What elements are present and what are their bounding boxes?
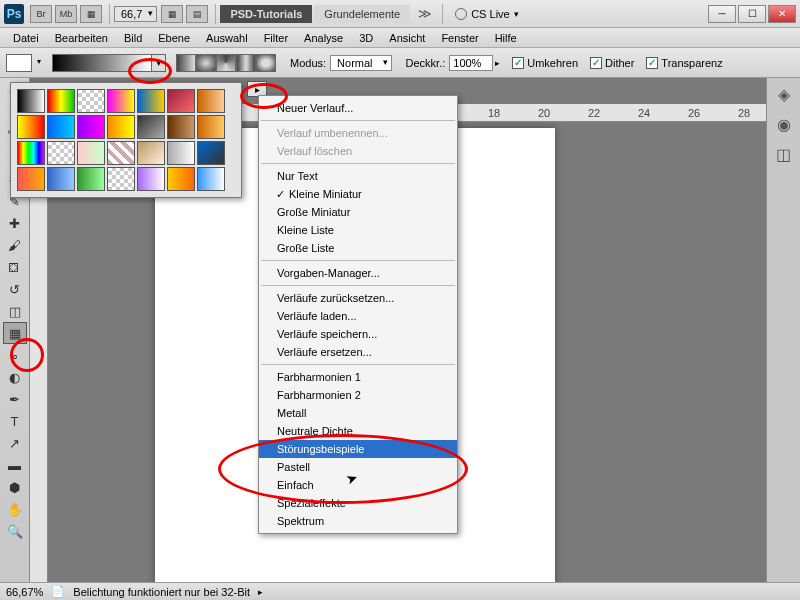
gradient-swatch[interactable] — [197, 167, 225, 191]
extras-button[interactable]: ▤ — [186, 5, 208, 23]
menu-item[interactable]: Nur Text — [259, 167, 457, 185]
blur-tool-icon[interactable]: ∘ — [3, 344, 27, 366]
menu-3d[interactable]: 3D — [352, 30, 380, 46]
gradient-swatch[interactable] — [167, 141, 195, 165]
bridge-button[interactable]: Br — [30, 5, 52, 23]
menu-item[interactable]: Spektrum — [259, 512, 457, 530]
gradient-swatch[interactable] — [77, 89, 105, 113]
heal-tool-icon[interactable]: ✚ — [3, 212, 27, 234]
menu-item[interactable]: Große Miniatur — [259, 203, 457, 221]
gradient-swatch[interactable] — [47, 89, 75, 113]
gradient-swatch[interactable] — [137, 167, 165, 191]
menu-ansicht[interactable]: Ansicht — [382, 30, 432, 46]
zoom-dropdown[interactable]: 66,7 — [114, 6, 157, 22]
gradient-swatch[interactable] — [47, 167, 75, 191]
transparenz-checkbox[interactable]: ✓Transparenz — [646, 57, 722, 69]
gradient-swatch[interactable] — [137, 115, 165, 139]
gradient-swatch[interactable] — [137, 141, 165, 165]
workspace-tab-grundelemente[interactable]: Grundelemente — [314, 5, 410, 23]
menu-item[interactable]: Verläufe laden... — [259, 307, 457, 325]
gradient-swatch[interactable] — [77, 141, 105, 165]
gradient-swatch[interactable] — [17, 167, 45, 191]
menu-item[interactable]: Farbharmonien 1 — [259, 368, 457, 386]
styles-panel-icon[interactable]: ◉ — [774, 114, 794, 134]
menu-item[interactable]: Vorgaben-Manager... — [259, 264, 457, 282]
menu-filter[interactable]: Filter — [257, 30, 295, 46]
workspace-tab-psdtutorials[interactable]: PSD-Tutorials — [220, 5, 312, 23]
brush-tool-icon[interactable]: 🖌 — [3, 234, 27, 256]
minimize-button[interactable]: ─ — [708, 5, 736, 23]
menu-item[interactable]: Verläufe zurücksetzen... — [259, 289, 457, 307]
cslive-button[interactable]: CS Live ▾ — [455, 8, 519, 20]
dodge-tool-icon[interactable]: ◐ — [3, 366, 27, 388]
menu-bearbeiten[interactable]: Bearbeiten — [48, 30, 115, 46]
gradient-swatch[interactable] — [107, 141, 135, 165]
gradient-swatch[interactable] — [17, 141, 45, 165]
umkehren-checkbox[interactable]: ✓Umkehren — [512, 57, 578, 69]
3d-tool-icon[interactable]: ⬢ — [3, 476, 27, 498]
close-button[interactable]: ✕ — [768, 5, 796, 23]
menu-item[interactable]: Pastell — [259, 458, 457, 476]
swatches-panel-icon[interactable]: ◈ — [774, 84, 794, 104]
arrange-button[interactable]: ▦ — [161, 5, 183, 23]
gradient-swatch[interactable] — [167, 115, 195, 139]
menu-item[interactable]: Neuer Verlauf... — [259, 99, 457, 117]
gradient-swatch[interactable] — [17, 89, 45, 113]
gradient-diamond-icon[interactable] — [256, 54, 276, 72]
gradient-swatch[interactable] — [197, 141, 225, 165]
stamp-tool-icon[interactable]: ⛋ — [3, 256, 27, 278]
gradient-angle-icon[interactable] — [216, 54, 236, 72]
pen-tool-icon[interactable]: ✒ — [3, 388, 27, 410]
status-zoom[interactable]: 66,67% — [6, 586, 43, 598]
menu-auswahl[interactable]: Auswahl — [199, 30, 255, 46]
menu-fenster[interactable]: Fenster — [434, 30, 485, 46]
gradient-linear-icon[interactable] — [176, 54, 196, 72]
gradient-swatch[interactable] — [137, 89, 165, 113]
eraser-tool-icon[interactable]: ◫ — [3, 300, 27, 322]
menu-item[interactable]: Metall — [259, 404, 457, 422]
gradient-swatch[interactable] — [197, 89, 225, 113]
gradient-swatch[interactable] — [107, 89, 135, 113]
gradient-swatch[interactable] — [107, 167, 135, 191]
menu-item[interactable]: Große Liste — [259, 239, 457, 257]
history-tool-icon[interactable]: ↺ — [3, 278, 27, 300]
gradient-reflected-icon[interactable] — [236, 54, 256, 72]
modus-dropdown[interactable]: Normal — [330, 55, 391, 71]
menu-item[interactable]: Störungsbeispiele — [259, 440, 457, 458]
adjust-panel-icon[interactable]: ◫ — [774, 144, 794, 164]
gradient-swatch[interactable] — [197, 115, 225, 139]
menu-hilfe[interactable]: Hilfe — [488, 30, 524, 46]
hand-tool-icon[interactable]: ✋ — [3, 498, 27, 520]
menu-ebene[interactable]: Ebene — [151, 30, 197, 46]
menu-item[interactable]: Verläufe speichern... — [259, 325, 457, 343]
path-tool-icon[interactable]: ↗ — [3, 432, 27, 454]
shape-tool-icon[interactable]: ▬ — [3, 454, 27, 476]
menu-item[interactable]: Verläufe ersetzen... — [259, 343, 457, 361]
menu-datei[interactable]: Datei — [6, 30, 46, 46]
tool-preset-dropdown[interactable] — [6, 54, 32, 72]
menu-item[interactable]: Kleine Liste — [259, 221, 457, 239]
workspace-more-icon[interactable]: ≫ — [418, 6, 432, 21]
minibridge-button[interactable]: Mb — [55, 5, 77, 23]
gradient-radial-icon[interactable] — [196, 54, 216, 72]
menu-analyse[interactable]: Analyse — [297, 30, 350, 46]
menu-item[interactable]: Farbharmonien 2 — [259, 386, 457, 404]
deckkraft-field[interactable]: 100% — [449, 55, 493, 71]
maximize-button[interactable]: ☐ — [738, 5, 766, 23]
gradient-swatch[interactable] — [167, 167, 195, 191]
gradient-swatch[interactable] — [77, 115, 105, 139]
menu-item[interactable]: Kleine Miniatur — [271, 185, 457, 203]
gradient-swatch[interactable] — [167, 89, 195, 113]
zoom-tool-icon[interactable]: 🔍 — [3, 520, 27, 542]
menu-bild[interactable]: Bild — [117, 30, 149, 46]
dither-checkbox[interactable]: ✓Dither — [590, 57, 634, 69]
gradient-swatch[interactable] — [107, 115, 135, 139]
gradient-swatch[interactable] — [47, 141, 75, 165]
gradient-swatch[interactable] — [47, 115, 75, 139]
gradient-preview[interactable] — [52, 54, 152, 72]
gradient-picker-toggle[interactable]: ▾ — [152, 54, 166, 72]
menu-item[interactable]: Spezialeffekte — [259, 494, 457, 512]
screenmode-button[interactable]: ▦ — [80, 5, 102, 23]
menu-item[interactable]: Neutrale Dichte — [259, 422, 457, 440]
type-tool-icon[interactable]: T — [3, 410, 27, 432]
